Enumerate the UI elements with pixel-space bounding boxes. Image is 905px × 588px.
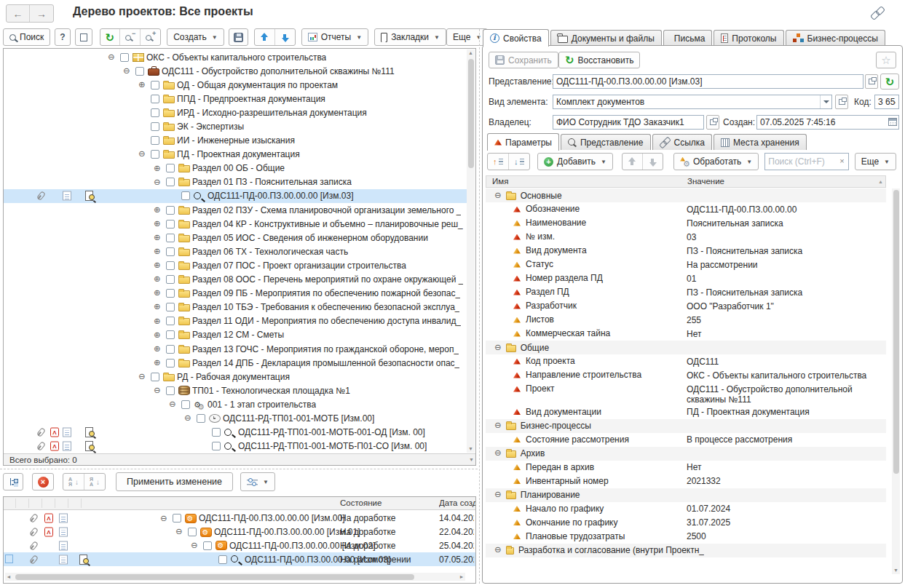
bookmarks-button[interactable]: Закладки▼ bbox=[374, 28, 446, 46]
param-row[interactable]: Номер раздела ПД 01 bbox=[486, 271, 886, 285]
properties-tab[interactable]: Документы и файлы bbox=[550, 30, 662, 46]
expander-icon[interactable] bbox=[154, 261, 166, 270]
params-more-button[interactable]: Еще▼ bbox=[855, 153, 896, 170]
param-row[interactable]: Начало по графику 01.07.2024 bbox=[486, 502, 886, 516]
expander-icon[interactable] bbox=[154, 386, 166, 395]
tree-row[interactable]: Раздел 14 ДПБ - Декларация промышленной … bbox=[4, 356, 467, 370]
row-checkbox[interactable] bbox=[218, 555, 227, 564]
expander-icon[interactable] bbox=[154, 345, 166, 354]
version-row[interactable]: ОДС111-ПД-00.ПЗ.00.00.00 [Изм.00] На дор… bbox=[4, 512, 475, 525]
param-row[interactable]: Код проекта ОДС111 bbox=[486, 354, 886, 368]
param-row[interactable]: Передан в архив Нет bbox=[486, 461, 886, 474]
tree-row[interactable]: Раздел 07 ПОС - Проект организации строи… bbox=[4, 258, 467, 272]
row-checkbox[interactable] bbox=[151, 373, 159, 381]
parameters-subtab[interactable]: Ссылка bbox=[652, 134, 712, 150]
help-button[interactable]: ? bbox=[55, 28, 70, 46]
row-checkbox[interactable] bbox=[166, 386, 175, 395]
param-row[interactable]: Основные bbox=[486, 188, 886, 202]
parameters-subtab[interactable]: Параметры bbox=[487, 133, 559, 151]
row-checkbox[interactable] bbox=[197, 414, 205, 423]
expander-icon[interactable] bbox=[169, 400, 181, 409]
panel-splitter[interactable] bbox=[479, 29, 480, 584]
expander-icon[interactable] bbox=[175, 528, 188, 536]
collapse-all-button[interactable] bbox=[120, 29, 141, 45]
param-row[interactable]: Обозначение ОДС111-ПД-00.ПЗ.00.00.00 bbox=[486, 202, 886, 216]
param-row[interactable]: № изм. 03 bbox=[486, 230, 886, 244]
open-owner-button[interactable] bbox=[706, 115, 719, 130]
expander-icon[interactable] bbox=[108, 53, 120, 62]
created-field[interactable] bbox=[756, 115, 899, 130]
expander-icon[interactable] bbox=[191, 541, 203, 550]
group-expander-icon[interactable] bbox=[494, 421, 502, 430]
row-checkbox[interactable] bbox=[173, 514, 181, 523]
save-button[interactable]: Сохранить bbox=[489, 52, 558, 68]
row-checkbox[interactable] bbox=[166, 206, 175, 215]
expander-icon[interactable] bbox=[154, 164, 166, 173]
group-expander-icon[interactable] bbox=[494, 449, 502, 458]
row-checkbox[interactable] bbox=[166, 164, 175, 172]
collapse-groups-button[interactable] bbox=[509, 154, 529, 170]
param-row[interactable]: Статус На рассмотрении bbox=[486, 258, 886, 271]
code-field[interactable] bbox=[874, 95, 899, 109]
favorite-button[interactable]: ☆ bbox=[876, 52, 896, 68]
group-expander-icon[interactable] bbox=[494, 191, 502, 200]
row-checkbox[interactable] bbox=[166, 247, 175, 256]
refresh-button[interactable]: ↻ bbox=[100, 29, 121, 45]
move-up-button[interactable] bbox=[255, 29, 275, 45]
expander-icon[interactable] bbox=[138, 81, 151, 90]
row-checkbox[interactable] bbox=[166, 317, 175, 325]
tree-row[interactable]: Раздел 02 ПЗУ - Схема планировочной орга… bbox=[4, 203, 467, 217]
version-row[interactable]: ОДС111-ПД-00.ПЗ.00.00.00 [Изм.03] На рас… bbox=[4, 552, 475, 566]
tree-row[interactable]: ОДС111-ПД-00.ПЗ.00.00.00 [Изм.03] bbox=[4, 189, 467, 203]
properties-tab[interactable]: Свойства bbox=[483, 29, 549, 47]
scroll-up-icon[interactable]: ▲ bbox=[467, 49, 475, 57]
tree-view-toggle-button[interactable] bbox=[3, 473, 23, 490]
save-tree-button[interactable] bbox=[229, 28, 248, 46]
versions-hscrollbar[interactable]: ◄ ► bbox=[5, 573, 465, 581]
expander-icon[interactable] bbox=[154, 317, 166, 326]
restore-button[interactable]: ↻Восстановить bbox=[558, 52, 640, 68]
sort-asc-button[interactable] bbox=[63, 474, 84, 490]
expander-icon[interactable] bbox=[138, 150, 151, 159]
tree-row[interactable]: ЭК - Экспертизы bbox=[4, 119, 467, 133]
windows-button[interactable] bbox=[75, 28, 92, 46]
tree-row[interactable]: ИИ - Инженерные изыскания bbox=[4, 134, 467, 148]
tree-row[interactable]: Раздел 12 СМ - Сметы bbox=[4, 328, 467, 342]
param-row[interactable]: Планирование bbox=[486, 488, 886, 502]
tree-row[interactable]: ТП01 - Технологическая площадка №1 bbox=[4, 384, 467, 397]
expander-icon[interactable] bbox=[154, 178, 166, 187]
param-search-input[interactable]: × bbox=[764, 153, 848, 170]
forward-button[interactable]: → bbox=[30, 5, 53, 22]
params-scrollbar[interactable]: ▼ bbox=[892, 188, 900, 574]
scroll-down-icon[interactable]: ▼ bbox=[892, 567, 900, 574]
param-row[interactable]: Листов 255 bbox=[486, 313, 886, 327]
element-kind-combobox[interactable] bbox=[553, 95, 832, 109]
combo-dropdown-icon[interactable] bbox=[820, 95, 831, 108]
group-expander-icon[interactable] bbox=[494, 490, 502, 499]
version-row[interactable]: ОДС111-ПД-00.ПЗ.00.00.00 [Изм.02] На дор… bbox=[4, 539, 475, 553]
open-element-kind-button[interactable] bbox=[835, 95, 848, 109]
back-button[interactable]: ← bbox=[7, 5, 30, 22]
tree-row[interactable]: ОДС111-РД-ТП01-001-МОТБ [Изм.00] bbox=[4, 411, 467, 425]
scroll-thumb[interactable] bbox=[893, 190, 899, 474]
expander-icon[interactable] bbox=[154, 247, 166, 256]
expander-icon[interactable] bbox=[184, 414, 197, 423]
param-row[interactable]: Бизнес-процессы bbox=[486, 419, 886, 433]
row-checkbox[interactable] bbox=[166, 345, 175, 354]
param-row[interactable]: Разработчик ООО "Разработчик 1" bbox=[486, 299, 886, 313]
more-button[interactable]: Еще▼ bbox=[446, 28, 488, 46]
get-link-icon[interactable] bbox=[871, 7, 885, 19]
scroll-down-icon[interactable]: ▼ bbox=[467, 445, 475, 453]
scroll-thumb[interactable] bbox=[15, 574, 414, 580]
name-column-header[interactable]: Имя bbox=[492, 177, 508, 186]
param-row[interactable]: Окончание по графику 31.07.2025 bbox=[486, 516, 886, 530]
param-row[interactable]: Архив bbox=[486, 447, 886, 461]
expander-icon[interactable] bbox=[123, 67, 135, 76]
expander-icon[interactable] bbox=[154, 275, 166, 284]
tree-row[interactable]: ОДС111 - Обустройство дополнительной скв… bbox=[4, 64, 467, 78]
row-checkbox[interactable] bbox=[212, 442, 221, 450]
param-row[interactable]: Плановые трудозатраты 2500 bbox=[486, 530, 886, 544]
param-row[interactable]: Вид документа ПЗ - Пояснительная записка bbox=[486, 244, 886, 258]
param-down-button[interactable] bbox=[643, 154, 663, 170]
param-row[interactable]: Коммерческая тайна Нет bbox=[486, 327, 886, 341]
